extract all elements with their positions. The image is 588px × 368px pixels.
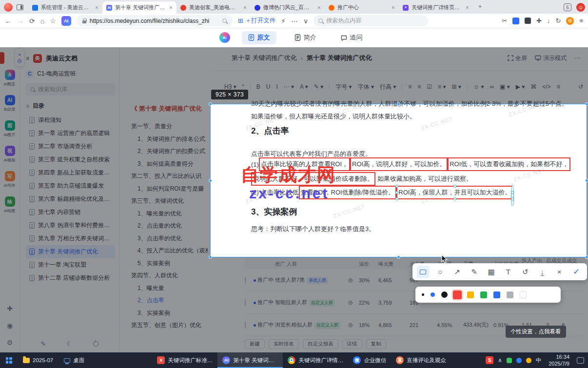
grid-icon: ⊞ (238, 17, 243, 24)
tab-close-icon[interactable]: × (169, 4, 173, 11)
extension-square-icon[interactable] (525, 18, 531, 24)
tray-icon-green[interactable] (507, 358, 512, 363)
selection-handle[interactable] (397, 102, 400, 106)
browser-tab-2-active[interactable]: AI第十章 关键词推广优化× (102, 1, 176, 14)
taskbar-app-excel[interactable]: X关键词推广标准计... (152, 352, 217, 368)
workspace-panel-icon[interactable] (17, 4, 23, 10)
apps-grid-icon[interactable] (512, 18, 519, 24)
profile-avatar[interactable]: ☺ (576, 3, 585, 12)
app-label: 第十章 关键词推广... (233, 357, 278, 364)
taskbar-app-live[interactable]: 直直播评论及观众 (391, 352, 451, 368)
open-file-button[interactable]: ⊞＋打开文件 (238, 17, 275, 25)
ai-assistant-logo[interactable]: AI (219, 32, 230, 43)
screenshot-icon[interactable]: ✂ (502, 17, 507, 24)
tab-title: 系统管理 - 美迪云管理 (41, 4, 92, 11)
snip-palette (415, 287, 561, 303)
start-button[interactable] (0, 352, 18, 368)
url-field[interactable]: https://os.medeyun.com/file/zhishiku/cla… (77, 15, 233, 26)
color-swatch-white[interactable] (520, 291, 527, 298)
taskbar-app-browser-active[interactable]: AI第十章 关键词推广... (217, 352, 283, 368)
tab-close-icon[interactable]: × (243, 4, 247, 11)
browser-search-box[interactable]: 搜索热点内容 (314, 15, 428, 26)
extensions-puzzle-icon[interactable]: ✚ (536, 17, 542, 24)
dropdown-caret-icon[interactable]: ∨ (303, 17, 308, 25)
snip-tool-save[interactable]: ↓ (536, 266, 549, 278)
https-lock-icon (82, 20, 86, 23)
browser-tab-6[interactable]: ＊关键词推广详情页_万相...× (399, 1, 473, 14)
selection-size-label: 925 × 373 (211, 90, 248, 99)
taskbar-desktop[interactable]: 桌面 (59, 352, 90, 368)
forward-button[interactable]: → (17, 17, 24, 25)
new-tab-button[interactable]: ＋ (477, 2, 483, 11)
color-swatch-red-selected[interactable] (453, 290, 462, 299)
tab-close-icon[interactable]: × (466, 4, 469, 11)
selection-handle[interactable] (585, 255, 588, 259)
tab-ask[interactable]: 追问 (334, 31, 369, 44)
browser-logo-icon[interactable] (4, 3, 13, 12)
snip-selection-rect[interactable] (210, 104, 587, 257)
snip-tool-text[interactable]: T (502, 266, 514, 278)
tray-icon-yellow[interactable] (526, 358, 531, 363)
back-button[interactable]: ← (5, 17, 12, 25)
tab-count-badge[interactable]: 6 (564, 3, 571, 11)
screen: 系统管理 - 美迪云管理× AI第十章 关键词推广优化× 美迪创客_美迪电商_美… (0, 0, 588, 368)
brush-size-medium-selected[interactable] (431, 292, 435, 297)
taskbar: 2025-07 桌面 X关键词推广标准计... AI第十章 关键词推广... 关… (0, 352, 588, 368)
selection-handle[interactable] (209, 255, 212, 259)
tray-icon-blue[interactable] (516, 358, 522, 363)
color-swatch-green[interactable] (480, 291, 487, 298)
tab-close-icon[interactable]: × (392, 4, 395, 11)
bookmark-button[interactable]: ☆ (50, 17, 56, 25)
ai-extension-icon[interactable]: AI (61, 16, 71, 26)
snip-tool-arrow[interactable]: ↗ (451, 266, 464, 278)
home-button[interactable]: ⌂ (40, 17, 44, 25)
downloads-icon[interactable]: ↓ (547, 17, 550, 24)
snip-tool-ellipse[interactable]: ○ (434, 266, 447, 278)
taskbar-clock[interactable]: 16:34 2025/7/9 (546, 353, 572, 368)
browser-tab-3[interactable]: 美迪创客_美迪电商_美...× (176, 1, 251, 14)
selection-handle[interactable] (585, 102, 588, 106)
taskbar-app-wecom[interactable]: 微企业微信 (348, 352, 391, 368)
snip-tool-mosaic[interactable]: ▦ (485, 266, 498, 278)
wecom-icon: 微 (353, 356, 361, 364)
snip-tool-pen[interactable]: ✎ (468, 266, 481, 278)
color-swatch-blue[interactable] (493, 291, 500, 298)
color-swatch-gray[interactable] (507, 291, 513, 298)
selection-handle[interactable] (209, 179, 212, 182)
color-swatch-yellow[interactable] (467, 291, 474, 298)
brush-size-small[interactable] (422, 293, 424, 296)
selection-handle[interactable] (397, 255, 400, 259)
browser-tab-1[interactable]: 系统管理 - 美迪云管理× (28, 1, 102, 14)
selection-handle[interactable] (585, 179, 588, 182)
search-in-url-icon[interactable] (222, 19, 227, 23)
taskbar-folder[interactable]: 2025-07 (18, 352, 59, 368)
snip-tool-rect[interactable] (417, 266, 430, 278)
browser-tab-5[interactable]: 推广中心× (325, 1, 399, 14)
address-bar-extensions: ✂ ✚ ↓ ↻ ⚙ ≡ (502, 17, 583, 25)
avatar-icon: ☺ (578, 4, 583, 10)
open-file-label: ＋打开文件 (245, 17, 276, 25)
quick-action-icon[interactable]: ⚡ (281, 17, 286, 25)
browser-menu-icon[interactable]: ≡ (579, 17, 583, 24)
sogou-ime-icon[interactable]: S (486, 356, 493, 364)
more-tools-icon[interactable]: ⋯ (291, 17, 298, 25)
tab-original[interactable]: 原文 (242, 31, 276, 44)
snip-tool-close[interactable]: × (553, 266, 566, 278)
tab-close-icon[interactable]: × (317, 4, 321, 11)
browser-settings-icon[interactable]: ⚙ (566, 17, 574, 25)
selection-handle[interactable] (209, 102, 212, 106)
snip-tool-undo[interactable]: ↺ (519, 266, 531, 278)
ime-language-indicator[interactable]: 中 (536, 357, 542, 364)
browser-tab-4[interactable]: 微博热门风云_百度搜索× (251, 1, 325, 14)
refresh-button[interactable]: ⟳ (29, 17, 35, 25)
brush-size-large[interactable] (441, 291, 448, 298)
tab-close-icon[interactable]: × (95, 4, 98, 11)
hidden-icons-chevron[interactable]: ∧ (498, 357, 502, 364)
tab-summary[interactable]: 简介 (288, 31, 323, 44)
notification-center-icon[interactable] (577, 357, 584, 364)
snip-tool-confirm[interactable]: ✓ (570, 266, 583, 278)
chat-icon (341, 35, 347, 41)
history-icon[interactable]: ↻ (556, 17, 561, 24)
document-icon (248, 34, 255, 41)
taskbar-app-chrome[interactable]: 关键词推广详情页... (283, 352, 348, 368)
